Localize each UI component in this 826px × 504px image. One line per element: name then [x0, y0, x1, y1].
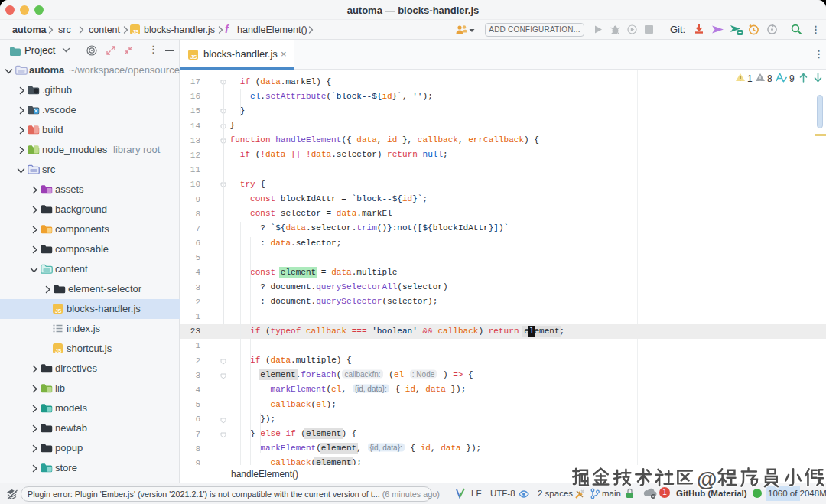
svg-text:@: @: [697, 468, 717, 491]
